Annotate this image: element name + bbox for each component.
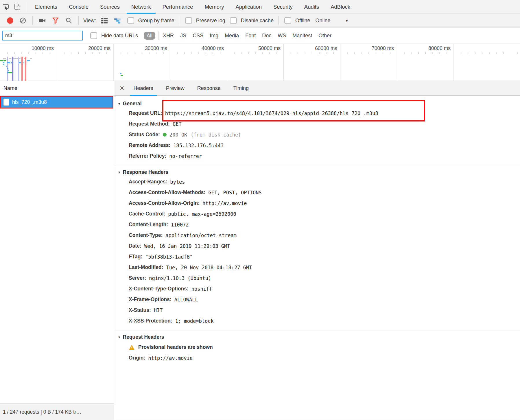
main-tab-memory[interactable]: Memory <box>199 0 230 14</box>
filter-type-font[interactable]: Font <box>245 33 256 39</box>
main-tab-adblock[interactable]: AdBlock <box>325 0 356 14</box>
main-tab-sources[interactable]: Sources <box>94 0 126 14</box>
timeline-tick-label: 20000 ms <box>64 45 110 51</box>
timeline-minor-tick <box>28 52 29 54</box>
header-name: X-XSS-Protection: <box>129 318 172 324</box>
main-tab-security[interactable]: Security <box>268 0 298 14</box>
filter-input[interactable] <box>2 31 83 40</box>
inspect-element-icon[interactable] <box>0 1 12 13</box>
header-row-status-code: Status Code:200 OK(from disk cache) <box>118 129 520 140</box>
section-title-response-headers[interactable]: ▾Response Headers <box>118 168 520 176</box>
section-title-text: General <box>123 101 142 107</box>
domcontentloaded-event-line <box>7 57 8 81</box>
large-rows-icon[interactable] <box>101 17 108 24</box>
header-name: X-Status: <box>129 307 151 313</box>
header-value: http://av.movie <box>148 355 193 361</box>
timeline-gridline <box>283 44 284 81</box>
timeline-gridline <box>113 44 114 81</box>
tab-preview[interactable]: Preview <box>162 81 189 96</box>
main-tab-application[interactable]: Application <box>230 0 268 14</box>
waterfall-bar <box>3 58 6 59</box>
filter-type-doc[interactable]: Doc <box>262 33 271 39</box>
timeline-minor-tick <box>291 52 291 54</box>
search-icon[interactable] <box>65 17 73 24</box>
main-tab-audits[interactable]: Audits <box>298 0 325 14</box>
timeline-minor-tick <box>248 52 249 54</box>
show-overview-icon[interactable] <box>114 17 121 24</box>
filter-type-media[interactable]: Media <box>225 33 239 39</box>
close-icon[interactable]: ✕ <box>119 85 125 92</box>
disclosure-triangle-icon[interactable]: ▾ <box>118 170 120 174</box>
waterfall-bar <box>8 62 10 63</box>
header-row-x-frame-options: X-Frame-Options:ALLOWALL <box>118 294 520 305</box>
header-name: Access-Control-Allow-Methods: <box>129 189 205 196</box>
tab-response[interactable]: Response <box>193 81 225 96</box>
timeline-minor-tick <box>64 52 64 54</box>
request-list-panel: Name hls_720_.m3u8 1 / 247 requests | 0 … <box>0 81 114 420</box>
header-value: application/octet-stream <box>165 233 237 238</box>
filter-type-ws[interactable]: WS <box>278 33 286 39</box>
filter-type-manifest[interactable]: Manifest <box>292 33 312 39</box>
section-title-general[interactable]: ▾General <box>118 99 520 108</box>
request-row[interactable]: hls_720_.m3u8 <box>1 97 113 108</box>
header-value: https://stream5.xjav.to/s48/4.101/3674/0… <box>165 110 378 116</box>
name-column-header[interactable]: Name <box>0 81 114 95</box>
network-overview[interactable]: 10000 ms20000 ms30000 ms40000 ms50000 ms… <box>0 44 520 81</box>
disclosure-triangle-icon[interactable]: ▾ <box>118 102 120 106</box>
timeline-minor-tick <box>362 52 362 54</box>
main-tab-performance[interactable]: Performance <box>157 0 199 14</box>
chevron-down-icon[interactable]: ▼ <box>345 19 349 23</box>
header-row-date: Date:Wed, 16 Jan 2019 11:29:03 GMT <box>118 241 520 251</box>
waterfall-bar <box>19 62 21 63</box>
header-row-cache-control: Cache-Control:public, max-age=2592000 <box>118 209 520 219</box>
disclosure-triangle-icon[interactable]: ▾ <box>118 335 120 339</box>
timeline-tick-label: 50000 ms <box>234 45 281 51</box>
device-toolbar-icon[interactable] <box>12 1 23 13</box>
filter-type-xhr[interactable]: XHR <box>163 33 174 39</box>
section-divider <box>114 166 520 166</box>
header-row-access-control-allow-origin: Access-Control-Allow-Origin:http://av.mo… <box>118 198 520 209</box>
provisional-headers-warning: Provisional headers are shown <box>118 342 520 353</box>
main-tab-elements[interactable]: Elements <box>29 0 63 14</box>
timeline-minor-tick <box>475 52 475 54</box>
waterfall-bar <box>3 60 6 61</box>
preserve-log-checkbox[interactable] <box>185 17 192 24</box>
clear-icon[interactable] <box>19 17 27 24</box>
main-tab-network[interactable]: Network <box>126 0 157 14</box>
timeline-minor-tick <box>135 52 135 54</box>
header-value: nginx/1.10.3 (Ubuntu) <box>149 275 211 281</box>
timeline-minor-tick <box>468 52 468 54</box>
timeline-minor-tick <box>439 52 440 54</box>
header-name: Server: <box>129 275 146 281</box>
group-by-frame-checkbox[interactable] <box>127 17 134 24</box>
header-value: public, max-age=2592000 <box>168 211 236 217</box>
group-by-frame-label: Group by frame <box>138 18 174 24</box>
filter-type-js[interactable]: JS <box>180 33 186 39</box>
offline-checkbox[interactable] <box>284 17 291 24</box>
disable-cache-checkbox[interactable] <box>230 17 237 24</box>
hide-data-urls-checkbox[interactable] <box>90 32 97 39</box>
filter-type-css[interactable]: CSS <box>193 33 203 39</box>
filter-type-img[interactable]: Img <box>210 33 218 39</box>
timeline-minor-tick <box>489 52 490 54</box>
timeline-gridline <box>397 44 397 81</box>
filter-funnel-icon[interactable] <box>52 17 59 24</box>
header-row-x-content-type-options: X-Content-Type-Options:nosniff <box>118 283 520 294</box>
header-value: nosniff <box>191 286 212 292</box>
header-name: Referrer Policy: <box>129 153 166 159</box>
tab-headers[interactable]: Headers <box>129 81 158 96</box>
tab-timing[interactable]: Timing <box>229 81 253 96</box>
section-title-request-headers[interactable]: ▾Request Headers <box>118 333 520 341</box>
main-tab-console[interactable]: Console <box>63 0 94 14</box>
header-value: HIT <box>154 307 163 313</box>
timeline-minor-tick <box>432 52 433 54</box>
timeline-minor-tick <box>347 52 348 54</box>
throttling-select[interactable]: Online <box>316 18 331 24</box>
filter-type-other[interactable]: Other <box>318 33 331 39</box>
header-row-x-status: X-Status:HIT <box>118 305 520 316</box>
timeline-minor-tick <box>21 52 22 54</box>
record-button[interactable] <box>7 17 13 24</box>
timeline-minor-tick <box>404 52 405 54</box>
screenshot-camera-icon[interactable] <box>38 17 46 24</box>
filter-type-all[interactable]: All <box>144 32 155 40</box>
